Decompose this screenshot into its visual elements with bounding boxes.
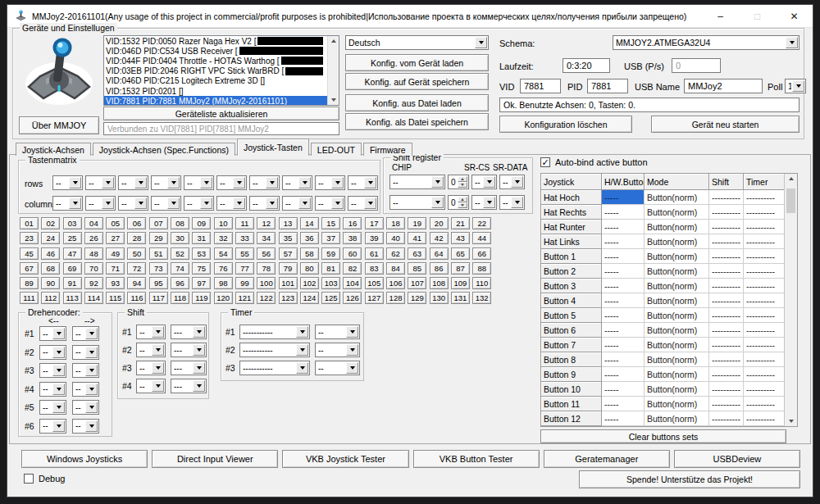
- matrix-number-button[interactable]: 56: [257, 247, 276, 260]
- matrix-number-button[interactable]: 94: [127, 277, 146, 289]
- matrix-number-button[interactable]: 35: [279, 232, 298, 244]
- matrix-row-combo[interactable]: --: [315, 175, 345, 190]
- binding-shift-cell[interactable]: ----------: [709, 220, 744, 234]
- matrix-row-combo[interactable]: --: [348, 175, 378, 190]
- encoder-left-combo[interactable]: --: [39, 345, 66, 360]
- matrix-number-button[interactable]: 110: [472, 277, 491, 289]
- device-list-item[interactable]: VID:7881 PID:7881 MMJoy2 (MMJoy2-2016110…: [104, 96, 327, 106]
- binding-timer-cell[interactable]: ----------: [744, 264, 785, 279]
- scroll-up-icon[interactable]: [331, 39, 336, 43]
- matrix-number-button[interactable]: 113: [63, 292, 82, 304]
- matrix-number-button[interactable]: 18: [386, 217, 405, 229]
- matrix-number-button[interactable]: 32: [214, 232, 233, 244]
- binding-hw-cell[interactable]: -----: [602, 338, 645, 352]
- matrix-number-button[interactable]: 02: [41, 217, 60, 229]
- device-list-item[interactable]: VID:046D PID:C534 USB Receiver [: [104, 46, 327, 56]
- matrix-number-button[interactable]: 115: [106, 292, 125, 304]
- matrix-number-button[interactable]: 49: [106, 247, 125, 260]
- matrix-number-button[interactable]: 109: [451, 277, 470, 289]
- matrix-number-button[interactable]: 23: [20, 232, 39, 244]
- binding-shift-cell[interactable]: ----------: [709, 352, 744, 367]
- matrix-number-button[interactable]: 116: [127, 292, 146, 304]
- binding-timer-cell[interactable]: ----------: [744, 397, 785, 411]
- close-icon[interactable]: ✕: [776, 5, 813, 28]
- spinner-down-icon[interactable]: [458, 182, 467, 188]
- matrix-number-button[interactable]: 48: [84, 247, 103, 260]
- encoder-left-combo[interactable]: --: [39, 382, 66, 397]
- binding-hw-cell[interactable]: -----: [602, 234, 645, 249]
- shift-combo-b[interactable]: ---: [171, 325, 207, 339]
- sr-chip-combo[interactable]: --: [390, 175, 445, 189]
- matrix-number-button[interactable]: 105: [365, 277, 384, 289]
- matrix-number-button[interactable]: 50: [127, 247, 146, 260]
- matrix-number-button[interactable]: 117: [149, 292, 168, 304]
- binding-hw-cell[interactable]: -----: [602, 249, 645, 264]
- matrix-number-button[interactable]: 100: [257, 277, 276, 289]
- encoder-right-combo[interactable]: --: [72, 419, 99, 434]
- autobind-checkbox-row[interactable]: ✓ Auto-bind active button: [540, 157, 648, 167]
- binding-hw-cell[interactable]: -----: [602, 220, 645, 234]
- donate-button[interactable]: Spende! Unterstütze das Projekt!: [579, 470, 800, 488]
- binding-mode-cell[interactable]: Button(norm): [645, 249, 709, 264]
- matrix-number-button[interactable]: 122: [257, 292, 276, 304]
- binding-timer-cell[interactable]: ----------: [744, 234, 785, 249]
- binding-timer-cell[interactable]: ----------: [744, 338, 785, 352]
- matrix-row-combo[interactable]: --: [184, 175, 214, 190]
- matrix-number-button[interactable]: 44: [472, 232, 491, 244]
- matrix-number-button[interactable]: 112: [41, 292, 60, 304]
- matrix-column-combo[interactable]: --: [184, 196, 214, 211]
- binding-hw-cell[interactable]: -----: [602, 352, 645, 367]
- matrix-number-button[interactable]: 52: [171, 247, 189, 260]
- binding-hw-cell[interactable]: -----: [602, 279, 645, 293]
- binding-hw-cell[interactable]: -----: [602, 190, 645, 205]
- encoder-right-combo[interactable]: --: [72, 363, 99, 378]
- binding-joystick-cell[interactable]: Button 3: [541, 279, 602, 293]
- matrix-number-button[interactable]: 27: [106, 232, 125, 244]
- tab[interactable]: Firmware: [363, 143, 412, 156]
- matrix-number-button[interactable]: 03: [63, 217, 82, 229]
- binding-timer-cell[interactable]: ----------: [744, 249, 785, 264]
- matrix-row-combo[interactable]: --: [52, 175, 83, 190]
- binding-timer-cell[interactable]: ----------: [744, 411, 785, 426]
- shift-combo-a[interactable]: --: [136, 379, 166, 393]
- binding-timer-cell[interactable]: ----------: [744, 220, 785, 234]
- matrix-number-button[interactable]: 86: [430, 262, 449, 275]
- matrix-number-button[interactable]: 19: [408, 217, 426, 229]
- matrix-number-button[interactable]: 125: [321, 292, 340, 304]
- matrix-number-button[interactable]: 10: [214, 217, 233, 229]
- footer-tool-button[interactable]: Windows Joysticks: [21, 450, 148, 468]
- maximize-icon[interactable]: □: [739, 5, 776, 28]
- scroll-up-icon[interactable]: [789, 177, 794, 180]
- matrix-number-button[interactable]: 108: [430, 277, 449, 289]
- binding-hw-cell[interactable]: -----: [602, 382, 645, 397]
- encoder-right-combo[interactable]: --: [72, 382, 99, 397]
- matrix-number-button[interactable]: 17: [365, 217, 384, 229]
- binding-hw-cell[interactable]: -----: [602, 411, 645, 426]
- binding-mode-cell[interactable]: Button(norm): [645, 367, 709, 382]
- device-list[interactable]: VID:1532 PID:0050 Razer Naga Hex V2 [ VI…: [103, 35, 339, 106]
- binding-timer-cell[interactable]: ----------: [744, 308, 785, 323]
- binding-shift-cell[interactable]: ----------: [709, 411, 744, 426]
- matrix-number-button[interactable]: 91: [63, 277, 82, 289]
- matrix-number-button[interactable]: 118: [171, 292, 189, 304]
- binding-timer-cell[interactable]: ----------: [744, 367, 785, 382]
- checkbox-unchecked-icon[interactable]: [24, 474, 34, 484]
- matrix-number-button[interactable]: 51: [149, 247, 168, 260]
- binding-shift-cell[interactable]: ----------: [709, 323, 744, 338]
- binding-timer-cell[interactable]: ----------: [744, 323, 785, 338]
- matrix-number-button[interactable]: 104: [343, 277, 362, 289]
- binding-joystick-cell[interactable]: Button 6: [541, 323, 602, 338]
- matrix-number-button[interactable]: 38: [343, 232, 362, 244]
- matrix-number-button[interactable]: 55: [235, 247, 254, 260]
- matrix-number-button[interactable]: 70: [84, 262, 103, 275]
- bindings-table-scrollbar[interactable]: [784, 174, 797, 426]
- binding-shift-cell[interactable]: ----------: [709, 367, 744, 382]
- binding-hw-cell[interactable]: -----: [602, 323, 645, 338]
- binding-mode-cell[interactable]: Button(norm): [645, 293, 709, 308]
- matrix-row-combo[interactable]: --: [216, 175, 247, 190]
- matrix-number-button[interactable]: 40: [386, 232, 405, 244]
- matrix-number-button[interactable]: 88: [472, 262, 491, 275]
- shift-combo-a[interactable]: --: [136, 361, 166, 375]
- matrix-number-button[interactable]: 75: [192, 262, 211, 275]
- shift-combo-b[interactable]: ---: [171, 361, 207, 375]
